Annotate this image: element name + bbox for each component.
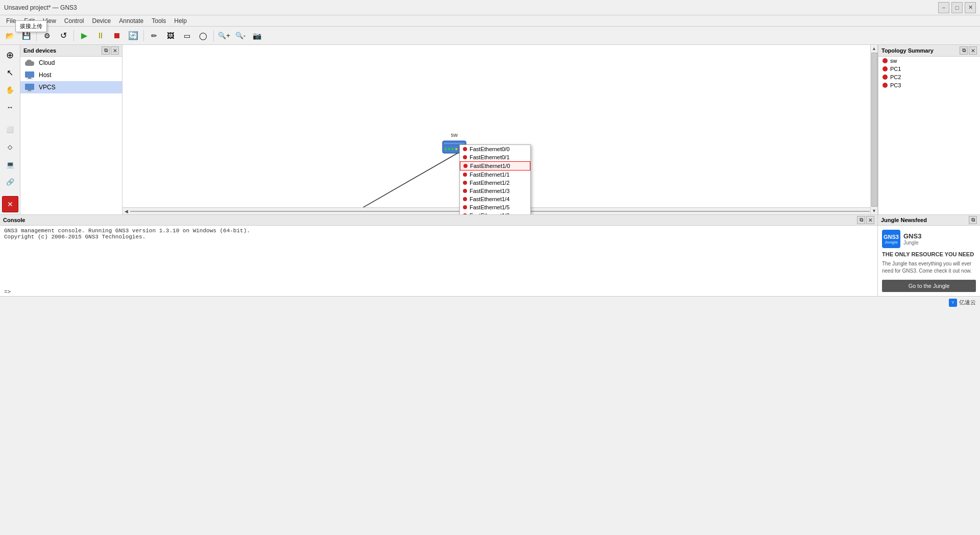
interface-item-FastEthernet1-2[interactable]: FastEthernet1/2 [460, 179, 530, 187]
console-prompt-text: => [4, 289, 11, 295]
vscroll-up-arrow[interactable]: ▲ [871, 45, 878, 52]
console-header-buttons: ⧉ ✕ [857, 216, 874, 224]
topology-float-btn[interactable]: ⧉ [960, 46, 968, 55]
iface-status-dot [463, 189, 467, 193]
menu-item-edit[interactable]: Edit [20, 16, 39, 26]
device-host-label: Host [39, 71, 52, 79]
hscroll-left-arrow[interactable]: ◀ [122, 208, 130, 215]
menu-item-tools[interactable]: Tools [148, 16, 170, 26]
iface-label: FastEthernet1/0 [470, 163, 510, 169]
topology-item-pc2[interactable]: PC2 [878, 73, 980, 81]
menu-item-view[interactable]: View [39, 16, 60, 26]
svg-point-14 [452, 148, 454, 150]
canvas-vscrollbar[interactable]: ▲ ▼ [870, 45, 877, 214]
interface-item-FastEthernet1-5[interactable]: FastEthernet1/5 [460, 203, 530, 211]
close-button[interactable]: ✕ [965, 2, 976, 13]
minimize-button[interactable]: − [938, 2, 949, 13]
iface-label: FastEthernet1/2 [470, 180, 509, 186]
interface-dropdown[interactable]: FastEthernet0/0FastEthernet0/1FastEthern… [459, 144, 531, 214]
topo-status-dot [883, 66, 888, 71]
console-line: Copyright (c) 2006-2015 GNS3 Technologie… [4, 234, 873, 240]
menu-item-help[interactable]: Help [170, 16, 191, 26]
interface-item-FastEthernet1-6[interactable]: FastEthernet1/6 [460, 211, 530, 214]
run-btn[interactable]: ▶ [77, 29, 92, 43]
device-item-vpcs[interactable]: VPCS [20, 81, 122, 93]
preferences-btn[interactable]: ⚙ [39, 29, 55, 43]
suspend-btn[interactable]: ⏸ [93, 29, 108, 43]
edit-btn[interactable]: ✏ [146, 29, 162, 43]
screenshot-btn[interactable]: 📷 [249, 29, 264, 43]
interface-item-FastEthernet1-1[interactable]: FastEthernet1/1 [460, 171, 530, 179]
console-title: Console [3, 217, 25, 223]
router-btn[interactable]: ◇ [2, 139, 18, 155]
topo-status-dot [883, 75, 888, 80]
console-close-btn[interactable]: ✕ [866, 216, 874, 224]
topo-item-label: sw [890, 58, 897, 64]
jungle-panel-header: Jungle Newsfeed ⧉ [878, 215, 980, 226]
console-line: GNS3 management console. Running GNS3 ve… [4, 228, 873, 234]
canvas-area[interactable]: sw PC1 PC3 [122, 45, 878, 214]
interface-item-FastEthernet0-1[interactable]: FastEthernet0/1 [460, 153, 530, 161]
interface-item-FastEthernet0-0[interactable]: FastEthernet0/0 [460, 145, 530, 153]
window-controls: − □ ✕ [938, 2, 976, 13]
menu-item-file[interactable]: File [2, 16, 20, 26]
save-btn[interactable]: 💾 [18, 29, 34, 43]
device-item-cloud[interactable]: Cloud [20, 57, 122, 69]
status-bar: Y 亿速云 [0, 296, 980, 308]
iface-status-dot [463, 164, 468, 168]
vscroll-thumb[interactable] [871, 53, 877, 207]
interface-item-FastEthernet1-4[interactable]: FastEthernet1/4 [460, 195, 530, 203]
iface-label: FastEthernet1/6 [470, 212, 509, 214]
zoomin-btn[interactable]: 🔍+ [216, 29, 232, 43]
gns3-sub: Jungle [903, 240, 921, 246]
devices-panel-close-btn[interactable]: ✕ [111, 46, 119, 55]
iface-label: FastEthernet0/0 [470, 146, 509, 152]
iface-status-dot [463, 197, 467, 201]
device-cloud-label: Cloud [39, 59, 55, 66]
iface-status-dot [463, 147, 467, 151]
topology-close-btn[interactable]: ✕ [969, 46, 977, 55]
devices-panel-buttons: ⧉ ✕ [102, 46, 119, 55]
open-btn[interactable]: 📂 [2, 29, 17, 43]
menu-item-annotate[interactable]: Annotate [115, 16, 148, 26]
jungle-expand-btn[interactable]: ⧉ [969, 216, 977, 224]
console-prompt[interactable]: => [0, 288, 877, 296]
console-float-btn[interactable]: ⧉ [857, 216, 865, 224]
stop-device-btn[interactable]: ✕ [2, 196, 18, 212]
jungle-panel-title: Jungle Newsfeed [881, 217, 927, 223]
select-btn[interactable]: ⊕ [2, 47, 18, 63]
vpcs-icon [24, 83, 35, 91]
addlink-btn[interactable]: ↔ [2, 99, 18, 115]
reload-btn[interactable]: 🔄 [126, 29, 141, 43]
topology-item-sw[interactable]: sw [878, 57, 980, 65]
gns3-name-area: GNS3 Jungle [903, 232, 921, 246]
ellipse-btn[interactable]: ◯ [195, 29, 211, 43]
maximize-button[interactable]: □ [951, 2, 963, 13]
iface-label: FastEthernet0/1 [470, 154, 509, 160]
gns3-logo-sub: Jungle [885, 240, 898, 245]
interface-item-FastEthernet1-0[interactable]: FastEthernet1/0 [460, 161, 530, 171]
menu-item-control[interactable]: Control [60, 16, 88, 26]
enddev-btn[interactable]: 💻 [2, 156, 18, 173]
vscroll-down-arrow[interactable]: ▼ [871, 207, 878, 214]
tb-sep-4 [213, 30, 214, 41]
stop-btn[interactable]: ⏹ [109, 29, 125, 43]
pointer-btn[interactable]: ↖ [2, 64, 18, 81]
topo-status-dot [883, 58, 888, 63]
topology-item-pc3[interactable]: PC3 [878, 81, 980, 89]
rect-btn[interactable]: ▭ [179, 29, 194, 43]
zoomout-btn[interactable]: 🔍- [233, 29, 248, 43]
link-btn[interactable]: 🔗 [2, 174, 18, 190]
iface-label: FastEthernet1/3 [470, 188, 509, 194]
devices-panel-float-btn[interactable]: ⧉ [102, 46, 110, 55]
menu-item-device[interactable]: Device [88, 16, 115, 26]
iface-status-dot [463, 173, 467, 177]
image-btn[interactable]: 🖼 [163, 29, 178, 43]
topology-item-pc1[interactable]: PC1 [878, 65, 980, 73]
device-item-host[interactable]: Host [20, 69, 122, 81]
hand-btn[interactable]: ✋ [2, 82, 18, 98]
interface-item-FastEthernet1-3[interactable]: FastEthernet1/3 [460, 187, 530, 195]
goto-jungle-button[interactable]: Go to the Jungle [882, 280, 976, 292]
switch-btn[interactable]: ⬜ [2, 121, 18, 138]
undo-btn[interactable]: ↺ [56, 29, 71, 43]
